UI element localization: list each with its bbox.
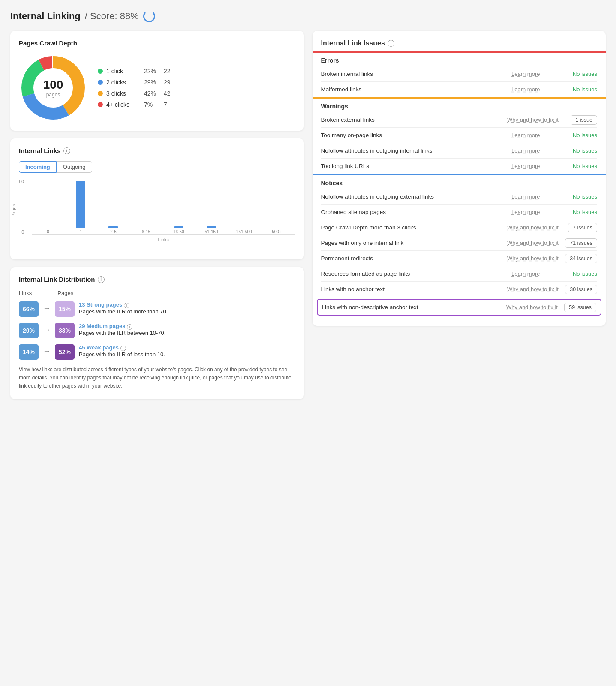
dist-links-pct: 14% xyxy=(19,344,39,360)
issue-learn-more-link[interactable]: Why and how to fix it xyxy=(507,286,559,292)
status-no-issues: No issues xyxy=(573,209,597,215)
issue-name: Broken internal links xyxy=(321,71,508,77)
crawl-depth-card: Pages Crawl Depth 100 xyxy=(10,31,304,131)
distribution-title: Internal Link Distribution i xyxy=(19,276,295,283)
issue-row: Links with no anchor textWhy and how to … xyxy=(321,282,598,297)
legend-label: 1 click xyxy=(106,68,141,75)
status-no-issues: No issues xyxy=(573,132,597,138)
bar-x-label: 2-5 xyxy=(110,229,116,234)
issue-row: Page Crawl Depth more than 3 clicksWhy a… xyxy=(321,220,598,235)
bar-col: 16-50 xyxy=(165,226,193,234)
issue-row: Pages with only one internal linkWhy and… xyxy=(321,235,598,251)
issue-row: Too long link URLsLearn moreNo issues xyxy=(321,159,598,174)
status-no-issues: No issues xyxy=(573,163,597,169)
bar-chart: 012-56-1516-5051-150151-500500+ xyxy=(32,179,295,235)
legend-pct: 29% xyxy=(144,79,160,86)
issue-name: Too many on-page links xyxy=(321,132,508,138)
status-no-issues: No issues xyxy=(573,193,597,200)
issue-status: No issues xyxy=(563,193,597,200)
dist-text: 29 Medium pages i Pages with the ILR bet… xyxy=(79,323,295,336)
issue-status: 1 issue xyxy=(563,117,597,123)
legend-count: 7 xyxy=(164,101,167,108)
bar-x-label: 151-500 xyxy=(236,229,252,234)
dist-text: 13 Strong pages i Pages with the ILR of … xyxy=(79,301,295,315)
status-no-issues: No issues xyxy=(573,86,597,93)
issue-learn-more-link[interactable]: Why and how to fix it xyxy=(506,304,558,310)
issues-sections: ErrorsBroken internal linksLearn moreNo … xyxy=(321,51,598,316)
section-label-error: Errors xyxy=(321,53,598,66)
score-loading-icon xyxy=(143,10,155,22)
issue-name: Permanent redirects xyxy=(321,255,503,262)
dist-row: 14% → 52% 45 Weak pages i Pages with the… xyxy=(19,344,295,360)
issue-row: Broken external linksWhy and how to fix … xyxy=(321,112,598,128)
issue-status: No issues xyxy=(563,132,597,138)
issue-status: No issues xyxy=(563,163,597,169)
donut-chart: 100 pages xyxy=(19,54,87,122)
dist-arrow: → xyxy=(43,301,51,313)
legend-row: 1 click 22% 22 xyxy=(98,68,171,75)
bar xyxy=(108,226,118,228)
distribution-card: Internal Link Distribution i Links Pages… xyxy=(10,267,304,399)
bar-col: 500+ xyxy=(262,228,291,234)
issue-status: No issues xyxy=(563,71,597,77)
internal-links-info-icon[interactable]: i xyxy=(63,147,70,154)
legend-count: 29 xyxy=(164,79,171,86)
issue-status: No issues xyxy=(563,86,597,93)
dist-pages-pct: 33% xyxy=(55,323,75,338)
dist-info-icon[interactable]: i xyxy=(124,303,129,308)
bar-col: 51-150 xyxy=(197,226,225,235)
tab-row: Incoming Outgoing xyxy=(19,161,295,173)
legend-pct: 42% xyxy=(144,90,160,97)
dist-info-icon[interactable]: i xyxy=(120,346,126,351)
issue-status: 34 issues xyxy=(563,255,597,262)
dist-links-pct: 20% xyxy=(19,323,39,338)
y-axis-label: Pages xyxy=(11,204,16,217)
legend-pct: 7% xyxy=(144,101,160,108)
distribution-info-icon[interactable]: i xyxy=(98,276,105,283)
issue-status: 71 issues xyxy=(563,240,597,246)
tab-outgoing[interactable]: Outgoing xyxy=(57,161,92,173)
legend-count: 22 xyxy=(164,68,171,75)
issue-learn-more-link[interactable]: Why and how to fix it xyxy=(507,240,559,246)
issue-learn-more-link[interactable]: Learn more xyxy=(511,193,559,200)
legend-dot xyxy=(98,80,103,85)
bar xyxy=(76,181,85,228)
issue-learn-more-link[interactable]: Learn more xyxy=(511,71,559,77)
issue-name: Broken external links xyxy=(321,117,503,123)
issue-learn-more-link[interactable]: Learn more xyxy=(511,209,559,215)
legend-label: 4+ clicks xyxy=(106,101,141,108)
status-badge: 7 issues xyxy=(568,223,597,232)
issue-learn-more-link[interactable]: Why and how to fix it xyxy=(507,255,559,262)
issue-name: Orphaned sitemap pages xyxy=(321,209,508,215)
legend-dot xyxy=(98,91,103,96)
issues-info-icon[interactable]: i xyxy=(388,40,394,47)
issue-learn-more-link[interactable]: Learn more xyxy=(511,271,559,277)
bar-col: 2-5 xyxy=(99,226,127,234)
issue-learn-more-link[interactable]: Learn more xyxy=(511,132,559,138)
dist-info-icon[interactable]: i xyxy=(127,324,132,330)
donut-legend: 1 click 22% 22 2 clicks 29% 29 3 clicks … xyxy=(98,68,171,108)
dist-text: 45 Weak pages i Pages with the ILR of le… xyxy=(79,344,295,358)
issue-learn-more-link[interactable]: Why and how to fix it xyxy=(507,117,559,123)
dist-link[interactable]: 45 Weak pages xyxy=(79,344,119,351)
tab-incoming[interactable]: Incoming xyxy=(19,161,57,173)
issue-row: Broken internal linksLearn moreNo issues xyxy=(321,66,598,82)
dist-link[interactable]: 29 Medium pages xyxy=(79,323,125,329)
issue-learn-more-link[interactable]: Learn more xyxy=(511,163,559,169)
crawl-depth-title: Pages Crawl Depth xyxy=(19,39,295,47)
legend-dot xyxy=(98,102,103,107)
dist-link[interactable]: 13 Strong pages xyxy=(79,301,122,308)
issue-name: Links with non-descriptive anchor text xyxy=(322,304,502,310)
issue-learn-more-link[interactable]: Learn more xyxy=(511,147,559,154)
issue-learn-more-link[interactable]: Why and how to fix it xyxy=(507,224,559,231)
issue-learn-more-link[interactable]: Learn more xyxy=(511,86,559,93)
legend-count: 42 xyxy=(164,90,171,97)
dist-pages-pct: 15% xyxy=(55,301,75,317)
internal-links-title: Internal Links i xyxy=(19,147,295,154)
page-score: / Score: 88% xyxy=(85,11,139,22)
legend-pct: 22% xyxy=(144,68,160,75)
issues-panel: Internal Link Issues i ErrorsBroken inte… xyxy=(313,31,606,326)
issue-status: No issues xyxy=(563,147,597,154)
dist-row: 66% → 15% 13 Strong pages i Pages with t… xyxy=(19,301,295,317)
dist-footer: View how links are distributed across di… xyxy=(19,366,295,391)
